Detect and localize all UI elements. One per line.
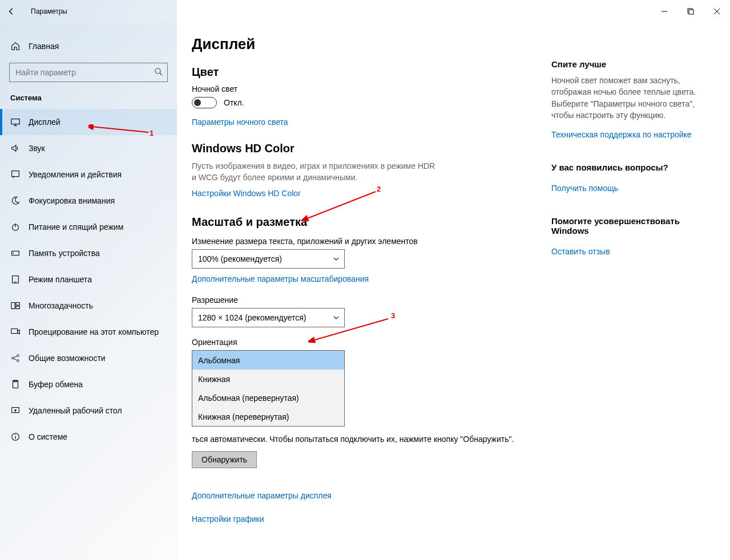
scale-advanced-link[interactable]: Дополнительные параметры масштабирования [192, 274, 369, 283]
nav-label: О системе [29, 432, 67, 441]
nav-label: Память устройства [29, 249, 100, 258]
aside-feedback-link[interactable]: Оставить отзыв [551, 247, 610, 256]
hdcolor-text: Пусть изображения в видео, играх и прило… [192, 161, 437, 183]
power-icon [10, 222, 21, 232]
chevron-down-icon [333, 314, 340, 321]
nav-label: Фокусировка внимания [29, 196, 115, 205]
nav-label: Проецирование на этот компьютер [29, 327, 159, 336]
aside-sleep-link[interactable]: Техническая поддержка по настройке [551, 130, 692, 139]
section-scale: Масштаб и разметка [192, 216, 546, 229]
titlebar: Параметры [0, 0, 730, 23]
tablet-icon [10, 274, 21, 285]
nightlight-settings-link[interactable]: Параметры ночного света [192, 117, 288, 127]
orientation-options-list: Альбомная Книжная Альбомная (перевернута… [192, 350, 345, 427]
svg-point-31 [15, 435, 15, 435]
multitask-icon [10, 301, 21, 311]
svg-point-5 [155, 68, 160, 74]
svg-rect-10 [12, 171, 19, 177]
monitor-icon [10, 117, 21, 127]
content: Дисплей Цвет Ночной свет Откл. Параметры… [177, 23, 730, 560]
category-label: Система [0, 90, 177, 109]
minimize-button[interactable] [651, 0, 677, 23]
svg-rect-20 [11, 329, 18, 334]
info-icon [10, 432, 21, 442]
page-title: Дисплей [192, 35, 546, 53]
resolution-value: 1280 × 1024 (рекомендуется) [198, 313, 306, 322]
nav-power[interactable]: Питание и спящий режим [0, 214, 177, 240]
nav-label: Режим планшета [29, 275, 92, 284]
window-controls [651, 0, 730, 23]
nav-home[interactable]: Главная [0, 33, 177, 59]
search-wrap [9, 63, 168, 82]
remote-icon [10, 405, 21, 416]
section-hdcolor: Windows HD Color [192, 142, 546, 155]
svg-point-14 [13, 253, 14, 254]
main-column: Дисплей Цвет Ночной свет Откл. Параметры… [192, 35, 546, 560]
adv-display-link[interactable]: Дополнительные параметры дисплея [192, 491, 332, 500]
annotation-num-3: 3 [391, 311, 395, 320]
home-icon [10, 41, 21, 51]
nightlight-toggle[interactable] [192, 97, 217, 108]
svg-rect-7 [11, 119, 19, 124]
maximize-button[interactable] [677, 0, 704, 23]
svg-point-23 [17, 360, 19, 362]
aside-feedback-heading: Помогите усовершенствовать Windows [551, 216, 700, 236]
nav-label: Питание и спящий режим [29, 222, 123, 232]
orientation-option[interactable]: Книжная (перевернутая) [192, 407, 344, 426]
aside-column: Спите лучше Ночной свет поможет вам засн… [551, 35, 700, 560]
nav-clipboard[interactable]: Буфер обмена [0, 371, 177, 397]
svg-rect-2 [689, 10, 693, 14]
notifications-icon [10, 169, 21, 180]
app-title: Параметры [31, 7, 67, 15]
nav-label: Уведомления и действия [29, 170, 122, 179]
sidebar: Главная Система Дисплей Звук Уведомления… [0, 23, 177, 560]
nav-remote[interactable]: Удаленный рабочий стол [0, 397, 177, 424]
chevron-down-icon [333, 255, 340, 262]
annotation-num-1: 1 [150, 129, 154, 137]
storage-icon [10, 248, 21, 258]
nav-label: Общие возможности [29, 354, 106, 363]
graphics-link[interactable]: Настройки графики [192, 514, 264, 524]
orientation-option[interactable]: Книжная [192, 370, 344, 388]
svg-line-25 [14, 359, 17, 360]
nav-notifications[interactable]: Уведомления и действия [0, 161, 177, 188]
nav-sound[interactable]: Звук [0, 135, 177, 161]
nav-label: Звук [29, 144, 45, 153]
aside-help-link[interactable]: Получить помощь [551, 184, 618, 193]
clipboard-icon [10, 379, 21, 389]
svg-point-22 [17, 355, 19, 357]
orientation-option[interactable]: Альбомная (перевернутая) [192, 388, 344, 407]
orientation-label: Ориентация [192, 338, 546, 347]
orientation-option[interactable]: Альбомная [192, 351, 344, 370]
section-color: Цвет [192, 66, 546, 79]
nav-label: Многозадачность [29, 301, 93, 310]
svg-line-6 [160, 73, 162, 75]
close-button[interactable] [704, 0, 730, 23]
detect-button[interactable]: Обнаружить [192, 451, 257, 468]
svg-line-24 [14, 356, 17, 358]
nav-about[interactable]: О системе [0, 424, 177, 450]
hdcolor-link[interactable]: Настройки Windows HD Color [192, 189, 301, 198]
svg-rect-17 [11, 303, 15, 309]
nav-multitask[interactable]: Многозадачность [0, 293, 177, 319]
detect-text: ться автоматически. Чтобы попытаться под… [192, 433, 546, 445]
svg-rect-18 [16, 303, 19, 306]
search-input[interactable] [9, 63, 168, 82]
scale-dropdown[interactable]: 100% (рекомендуется) [192, 249, 345, 269]
resolution-label: Разрешение [192, 295, 546, 305]
minimize-icon [661, 8, 668, 15]
back-button[interactable] [0, 0, 23, 23]
nav-shared[interactable]: Общие возможности [0, 345, 177, 371]
scale-value: 100% (рекомендуется) [198, 254, 282, 263]
nav-focus[interactable]: Фокусировка внимания [0, 188, 177, 214]
annotation-num-2: 2 [377, 185, 381, 193]
aside-help-heading: У вас появились вопросы? [551, 163, 700, 172]
nav-storage[interactable]: Память устройства [0, 240, 177, 266]
nav-tablet[interactable]: Режим планшета [0, 266, 177, 293]
search-icon [154, 67, 163, 76]
nav-projecting[interactable]: Проецирование на этот компьютер [0, 319, 177, 345]
nightlight-label: Ночной свет [192, 84, 546, 94]
project-icon [10, 327, 21, 337]
resolution-dropdown[interactable]: 1280 × 1024 (рекомендуется) [192, 308, 345, 327]
shared-icon [10, 353, 21, 363]
